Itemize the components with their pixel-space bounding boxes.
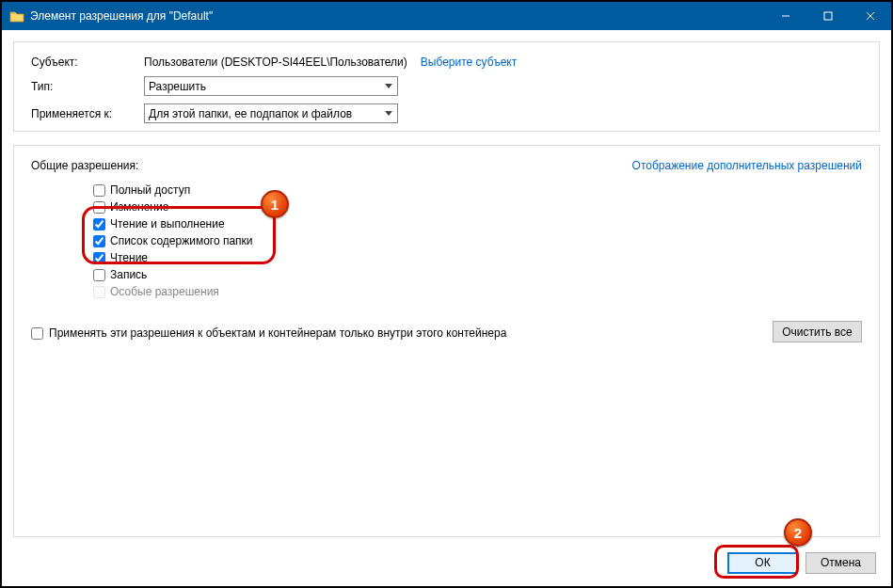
clear-all-button[interactable]: Очистить все [773,321,862,342]
perm-write-checkbox[interactable] [93,269,105,281]
perm-full-access-checkbox[interactable] [93,184,105,197]
close-button[interactable] [849,2,891,30]
permissions-list: Полный доступ Изменение Чтение и выполне… [93,182,862,300]
type-label: Тип: [31,80,144,93]
principal-section: Субъект: Пользователи (DESKTOP-SI44EEL\П… [13,41,880,132]
titlebar: Элемент разрешения для "Default" [2,2,891,30]
folder-icon [9,8,24,24]
svg-rect-1 [824,12,832,20]
advanced-permissions-link[interactable]: Отображение дополнительных разрешений [632,159,862,172]
perm-read-execute-checkbox[interactable] [93,218,105,230]
select-subject-link[interactable]: Выберите субъект [421,56,517,69]
perm-modify-checkbox[interactable] [93,201,105,214]
subject-label: Субъект: [31,56,144,69]
perm-write[interactable]: Запись [93,266,862,283]
applies-select[interactable]: Для этой папки, ее подпапок и файлов [144,103,398,123]
permission-entry-window: Элемент разрешения для "Default" Субъект… [0,0,893,588]
cancel-button[interactable]: Отмена [805,552,876,574]
perm-modify[interactable]: Изменение [93,199,862,215]
perm-list-contents[interactable]: Список содержимого папки [93,232,862,249]
basic-permissions-label: Общие разрешения: [31,159,138,172]
maximize-button[interactable] [806,2,849,30]
apply-only-within-checkbox[interactable] [31,327,43,340]
perm-list-contents-checkbox[interactable] [93,235,105,247]
type-select[interactable]: Разрешить [144,76,398,96]
perm-read-checkbox[interactable] [93,252,105,264]
minimize-button[interactable] [764,2,806,30]
perm-read-execute[interactable]: Чтение и выполнение [93,215,862,232]
perm-read[interactable]: Чтение [93,249,862,266]
perm-special-checkbox [93,286,105,298]
ok-button[interactable]: ОК [727,552,798,574]
subject-value: Пользователи (DESKTOP-SI44EEL\Пользовате… [144,56,407,69]
window-title: Элемент разрешения для "Default" [30,9,764,23]
applies-label: Применяется к: [31,107,144,120]
perm-special: Особые разрешения [93,283,862,300]
permissions-section: Общие разрешения: Отображение дополнител… [13,145,880,537]
perm-full-access[interactable]: Полный доступ [93,182,862,199]
client-area: Субъект: Пользователи (DESKTOP-SI44EEL\П… [2,30,891,586]
dialog-footer: 2 ОК Отмена [13,550,876,579]
apply-only-within-label: Применять эти разрешения к объектам и ко… [49,326,506,340]
